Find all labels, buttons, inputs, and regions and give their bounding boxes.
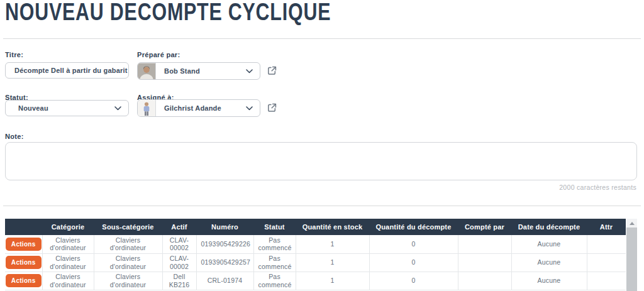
statut-select[interactable]: Nouveau [5, 100, 129, 116]
quantite-decompte-cell: 0 [369, 253, 458, 272]
actions-cell: Actions [5, 235, 42, 253]
quantite-stock-cell: 1 [296, 235, 369, 253]
table-row: Actions Claviers d'ordinateur Claviers d… [5, 253, 626, 272]
numero-cell: CRL-01974 [196, 272, 253, 290]
categorie-cell: Claviers d'ordinateur [42, 253, 94, 272]
col-sous-categorie-header: Sous-catégorie [94, 219, 162, 235]
compte-par-cell [458, 272, 511, 290]
titre-input[interactable] [5, 62, 129, 79]
table-header-row: Catégorie Sous-catégorie Actif Numéro St… [5, 219, 626, 235]
open-in-new-icon[interactable] [267, 102, 277, 113]
chevron-down-icon [246, 106, 253, 111]
assigne-a-avatar [138, 100, 156, 116]
attribut-cell [587, 235, 626, 253]
table-row: Actions Claviers d'ordinateur Claviers d… [5, 235, 626, 253]
col-quantite-decompte-header: Quantité du décompte [369, 219, 458, 235]
statut-value: Nouveau [6, 104, 114, 112]
col-date-decompte-header: Date du décompte [511, 219, 587, 235]
statut-cell: Pas commencé [253, 272, 296, 290]
col-quantite-stock-header: Quantité en stock [296, 219, 369, 235]
section-divider [3, 206, 641, 206]
col-compte-par-header: Compté par [458, 219, 511, 235]
numero-cell: 0193905429257 [196, 253, 253, 272]
prepare-par-avatar [138, 63, 156, 79]
actions-cell: Actions [5, 253, 42, 272]
numero-cell: 0193905429226 [196, 235, 253, 253]
open-in-new-icon[interactable] [267, 65, 277, 76]
quantite-decompte-cell: 0 [369, 235, 458, 253]
table-vertical-scrollbar[interactable] [626, 219, 637, 291]
sous-categorie-cell: Claviers d'ordinateur [94, 235, 162, 253]
attribut-cell [587, 272, 626, 290]
assigne-a-value: Gilchrist Adande [156, 104, 246, 112]
sous-categorie-cell: Claviers d'ordinateur [94, 272, 162, 290]
attribut-cell [587, 253, 626, 272]
compte-par-cell [458, 235, 511, 253]
date-decompte-cell: Aucune [511, 253, 587, 272]
quantite-stock-cell: 1 [296, 272, 369, 290]
col-attribut-header: Attr [587, 219, 626, 235]
actions-button[interactable]: Actions [6, 256, 42, 269]
actif-cell: Dell KB216 [162, 272, 196, 290]
actif-cell: CLAV-00002 [162, 235, 196, 253]
count-items-table: Catégorie Sous-catégorie Actif Numéro St… [5, 219, 626, 291]
actions-cell: Actions [5, 272, 42, 290]
quantite-decompte-cell: 0 [369, 272, 458, 290]
assigne-a-select[interactable]: Gilchrist Adande [137, 99, 260, 117]
actions-button[interactable]: Actions [6, 274, 42, 287]
col-actions-header [5, 219, 42, 235]
categorie-cell: Claviers d'ordinateur [42, 235, 94, 253]
compte-par-cell [458, 253, 511, 272]
prepare-par-label: Préparé par: [137, 51, 180, 58]
statut-cell: Pas commencé [253, 253, 296, 272]
col-statut-header: Statut [253, 219, 296, 235]
chevron-down-icon [114, 106, 121, 111]
date-decompte-cell: Aucune [511, 272, 587, 290]
chevron-down-icon [246, 69, 253, 74]
col-categorie-header: Catégorie [42, 219, 94, 235]
sous-categorie-cell: Claviers d'ordinateur [94, 253, 162, 272]
col-actif-header: Actif [162, 219, 196, 235]
page-title: NOUVEAU DECOMPTE CYCLIQUE [5, 0, 331, 25]
note-textarea[interactable] [5, 142, 637, 180]
col-numero-header: Numéro [196, 219, 253, 235]
scrollbar-thumb[interactable] [626, 228, 637, 291]
quantite-stock-cell: 1 [296, 253, 369, 272]
statut-cell: Pas commencé [253, 235, 296, 253]
prepare-par-select[interactable]: Bob Stand [137, 62, 260, 80]
title-divider [3, 38, 641, 39]
actif-cell: CLAV-00002 [162, 253, 196, 272]
arrow-up-icon[interactable] [626, 219, 637, 228]
note-label: Note: [5, 133, 24, 140]
note-characters-remaining: 2000 caractères restants [5, 184, 636, 191]
date-decompte-cell: Aucune [511, 235, 587, 253]
actions-button[interactable]: Actions [6, 238, 42, 251]
prepare-par-value: Bob Stand [156, 67, 246, 75]
table-row: Actions Claviers d'ordinateur Claviers d… [5, 272, 626, 290]
titre-label: Titre: [5, 51, 23, 58]
new-cycle-count-page: NOUVEAU DECOMPTE CYCLIQUE Titre: Préparé… [0, 0, 644, 291]
categorie-cell: Claviers d'ordinateur [42, 272, 94, 290]
